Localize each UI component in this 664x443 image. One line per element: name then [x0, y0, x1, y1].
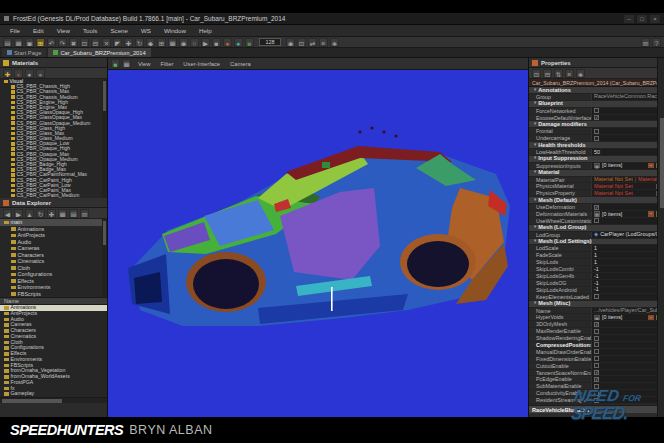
- checkbox[interactable]: [594, 329, 599, 334]
- property-value[interactable]: -1: [591, 280, 664, 286]
- paste-props-icon[interactable]: ⊟: [543, 69, 552, 78]
- section-header[interactable]: ▾Mesh (Lod Group): [529, 225, 664, 232]
- viewport-menu-view[interactable]: View: [133, 61, 155, 67]
- value-text[interactable]: 1: [594, 252, 597, 258]
- property-value[interactable]: [591, 218, 664, 224]
- remove-item-button[interactable]: −: [648, 315, 654, 321]
- property-value[interactable]: Material Not Set|Material Not Set: [591, 177, 664, 183]
- physics-icon[interactable]: ●: [223, 38, 232, 47]
- remove-item-button[interactable]: −: [648, 163, 654, 169]
- property-value[interactable]: 50: [591, 149, 664, 155]
- value-text[interactable]: 1: [594, 259, 597, 265]
- viewport-menu-filter[interactable]: Filter: [155, 61, 178, 67]
- open-icon[interactable]: ▦: [14, 38, 23, 47]
- tree-scrollbar[interactable]: [102, 219, 107, 297]
- forward-icon[interactable]: ▶: [14, 209, 23, 218]
- collapse-all-icon[interactable]: ≡: [565, 69, 574, 78]
- value-text[interactable]: -1: [594, 287, 599, 293]
- value-text[interactable]: -1: [594, 266, 599, 272]
- rotate-icon[interactable]: ↻: [135, 38, 144, 47]
- scrollbar-thumb[interactable]: [103, 81, 106, 111]
- property-value[interactable]: ✓: [591, 115, 664, 121]
- checkbox[interactable]: ✓: [594, 115, 599, 120]
- save-all-icon[interactable]: ⊞: [36, 38, 45, 47]
- up-icon[interactable]: ▲: [25, 209, 34, 218]
- checkbox[interactable]: [594, 136, 599, 141]
- property-value[interactable]: ✓: [591, 376, 664, 382]
- render-mode-icon[interactable]: ■: [245, 38, 254, 47]
- section-header[interactable]: ▾Mesh (Misc): [529, 301, 664, 308]
- property-value[interactable]: [591, 108, 664, 114]
- property-value[interactable]: ✓: [591, 321, 664, 327]
- play-icon[interactable]: ▶: [201, 38, 210, 47]
- value-text[interactable]: 50: [594, 149, 600, 155]
- sphere-preview-icon[interactable]: ●: [14, 69, 23, 78]
- view-details-icon[interactable]: ▥: [80, 209, 89, 218]
- material-item[interactable]: CS_PBR_CarPaint_Medium: [0, 193, 107, 198]
- properties-header[interactable]: Properties: [529, 58, 664, 68]
- frame-selected-icon[interactable]: ⊡: [297, 38, 306, 47]
- grid-size-field[interactable]: 128: [259, 38, 281, 46]
- grid-icon[interactable]: ▦: [168, 38, 177, 47]
- help-icon[interactable]: ?: [652, 38, 661, 47]
- property-value[interactable]: RaceVehicleCommon.RaceVehicleEntity: [591, 94, 664, 100]
- viewport-menu-camera[interactable]: Camera: [225, 61, 256, 67]
- back-icon[interactable]: ◀: [3, 209, 12, 218]
- world-space-icon[interactable]: ○: [190, 38, 199, 47]
- property-value[interactable]: [591, 363, 664, 369]
- property-value[interactable]: [591, 342, 664, 348]
- checkbox[interactable]: [594, 336, 599, 341]
- save-icon[interactable]: ▣: [25, 38, 34, 47]
- property-value[interactable]: ✓: [591, 204, 664, 210]
- pin-icon[interactable]: ◈: [576, 69, 585, 78]
- property-value[interactable]: -1: [591, 266, 664, 272]
- add-icon[interactable]: ✚: [47, 209, 56, 218]
- tab-start-page[interactable]: Start Page: [2, 48, 46, 57]
- menu-tools[interactable]: Tools: [77, 26, 103, 35]
- value-text[interactable]: 1: [594, 245, 597, 251]
- name-column-header[interactable]: Name: [0, 297, 107, 305]
- measure-icon[interactable]: ⇄: [308, 38, 317, 47]
- view-list-icon[interactable]: ▤: [69, 209, 78, 218]
- viewport-menu-user-interface[interactable]: User-Interface: [178, 61, 225, 67]
- layers-icon[interactable]: ≡: [319, 38, 328, 47]
- section-header[interactable]: ▾Annotations: [529, 87, 664, 94]
- layout-icon[interactable]: ▥: [641, 38, 650, 47]
- menu-view[interactable]: View: [51, 26, 76, 35]
- property-value[interactable]: -1: [591, 273, 664, 279]
- scrollbar-thumb[interactable]: [2, 399, 62, 403]
- undo-icon[interactable]: ↶: [47, 38, 56, 47]
- property-value[interactable]: 1: [591, 252, 664, 258]
- menu-scene[interactable]: Scene: [104, 26, 134, 35]
- menu-edit[interactable]: Edit: [27, 26, 50, 35]
- translate-icon[interactable]: ✚: [124, 38, 133, 47]
- maximize-button[interactable]: □: [637, 15, 647, 23]
- scrollbar-thumb[interactable]: [103, 221, 106, 245]
- expand-all-icon[interactable]: ⇅: [554, 69, 563, 78]
- value-text[interactable]: -1: [594, 280, 599, 286]
- property-value[interactable]: 1: [591, 259, 664, 265]
- checkbox[interactable]: ✓: [594, 205, 599, 210]
- menu-help[interactable]: Help: [193, 26, 218, 35]
- checkbox[interactable]: ✓: [594, 370, 599, 375]
- property-value[interactable]: ✓: [591, 370, 664, 376]
- section-header[interactable]: ▾Mesh (Lod Settings): [529, 239, 664, 246]
- close-button[interactable]: ×: [650, 15, 660, 23]
- paste-icon[interactable]: ⊟: [91, 38, 100, 47]
- copy-icon[interactable]: ⊡: [80, 38, 89, 47]
- cut-icon[interactable]: ✖: [69, 38, 78, 47]
- sphere-preview-icon[interactable]: ●: [25, 69, 34, 78]
- checkbox[interactable]: [594, 108, 599, 113]
- property-value[interactable]: ▦[0 items]−+: [591, 314, 664, 320]
- property-value[interactable]: [591, 356, 664, 362]
- viewport-mode-icon[interactable]: ■: [111, 59, 120, 68]
- checkbox[interactable]: [594, 356, 599, 361]
- sphere-preview-icon[interactable]: ●: [36, 69, 45, 78]
- add-material-icon[interactable]: ✚: [3, 69, 12, 78]
- property-value[interactable]: 1: [591, 245, 664, 251]
- tab-car-subaru[interactable]: Car_Subaru_BRZPremium_2014: [48, 48, 150, 57]
- property-value[interactable]: ◈CarPlayer (LodGroups/CarPl...▾: [591, 232, 664, 238]
- delete-icon[interactable]: ✕: [102, 38, 111, 47]
- redo-icon[interactable]: ↷: [58, 38, 67, 47]
- camera-icon[interactable]: ◉: [286, 38, 295, 47]
